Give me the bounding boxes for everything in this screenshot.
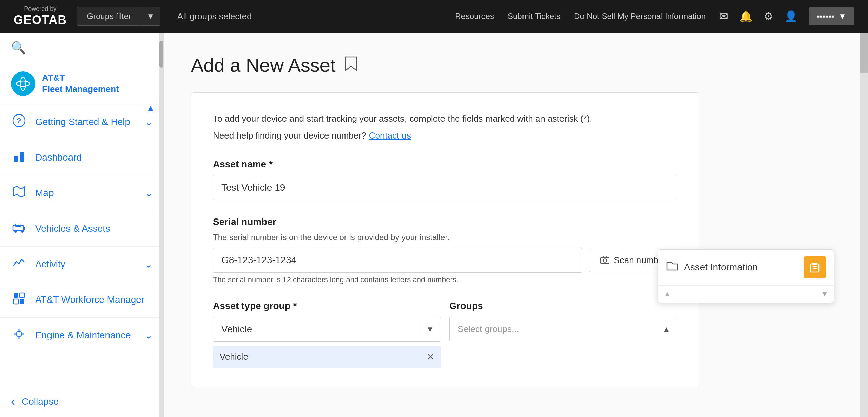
sidebar-scrollbar-thumb[interactable]	[159, 41, 163, 68]
svg-point-0	[16, 77, 30, 90]
asset-name-section: Asset name *	[213, 159, 677, 200]
main-scrollbar-thumb[interactable]	[860, 33, 868, 73]
svg-point-19	[16, 331, 22, 337]
bell-icon[interactable]: 🔔	[739, 10, 753, 23]
workforce-icon	[11, 292, 27, 308]
asset-type-value: Vehicle	[213, 317, 419, 341]
page-title: Add a New Asset	[191, 54, 335, 76]
collapse-arrow-icon: ‹	[11, 395, 15, 409]
groups-dropdown-arrow[interactable]: ▲	[655, 318, 677, 341]
gear-icon[interactable]: ⚙	[764, 10, 773, 23]
do-not-sell-link[interactable]: Do Not Sell My Personal Information	[574, 12, 706, 21]
groups-filter-dropdown-arrow[interactable]: ▼	[141, 7, 160, 26]
sidebar-logo: AT&T Fleet Management	[0, 63, 163, 104]
svg-point-13	[21, 230, 24, 233]
submit-tickets-link[interactable]: Submit Tickets	[508, 12, 560, 21]
vehicle-chip-label: Vehicle	[220, 352, 421, 362]
user-name: ▪▪▪▪▪▪	[817, 12, 834, 21]
serial-hint: The serial number is 12 characters long …	[213, 275, 677, 284]
att-company-name: AT&T Fleet Management	[42, 72, 119, 95]
svg-point-12	[14, 230, 17, 233]
activity-icon	[11, 256, 27, 272]
sidebar-scrollbar[interactable]	[159, 33, 163, 417]
asset-name-input[interactable]	[213, 175, 677, 200]
dashboard-icon	[11, 149, 27, 166]
brand-name: GEOTAB	[14, 13, 67, 27]
sidebar-search[interactable]: 🔍	[0, 33, 163, 63]
groups-filter-label: Groups filter	[87, 12, 131, 21]
vehicle-chip-close-icon[interactable]: ✕	[427, 351, 434, 362]
mail-icon[interactable]: ✉	[719, 10, 728, 23]
page-title-row: Add a New Asset	[191, 54, 841, 76]
svg-text:?: ?	[17, 117, 21, 125]
sidebar-item-label-activity: Activity	[35, 259, 137, 270]
serial-number-input[interactable]	[213, 248, 582, 273]
contact-us-link[interactable]: Contact us	[369, 130, 411, 141]
asset-information-title: Asset Information	[684, 262, 758, 273]
groups-field-group: Groups Select groups... ▲	[449, 300, 677, 368]
user-account-button[interactable]: ▪▪▪▪▪▪ ▼	[809, 7, 854, 25]
groups-filter-button[interactable]: Groups filter	[77, 7, 141, 26]
user-dropdown-arrow: ▼	[838, 12, 846, 21]
svg-rect-10	[13, 225, 24, 231]
asset-information-popup: Asset Information ▲ ▼	[658, 249, 834, 303]
svg-point-25	[603, 259, 607, 262]
sidebar-item-vehicles[interactable]: Vehicles & Assets	[0, 211, 163, 247]
folder-icon	[666, 260, 678, 275]
asset-name-label: Asset name *	[213, 159, 677, 170]
sidebar-scroll-up-button[interactable]: ▲	[143, 100, 158, 117]
engine-icon	[11, 327, 27, 343]
popup-scroll-down-icon[interactable]: ▼	[821, 290, 828, 298]
asset-type-select[interactable]: Vehicle ▼	[213, 317, 441, 342]
getting-started-icon: ?	[11, 114, 27, 130]
svg-rect-16	[20, 293, 24, 298]
popup-orange-action-button[interactable]	[804, 256, 826, 278]
groups-filter-container: Groups filter ▼	[77, 7, 160, 26]
popup-title-row: Asset Information	[666, 260, 758, 275]
top-bar: Powered by GEOTAB Groups filter ▼ All gr…	[0, 0, 868, 33]
user-icon[interactable]: 👤	[784, 10, 798, 23]
svg-marker-7	[14, 186, 24, 197]
svg-rect-5	[14, 156, 18, 162]
bookmark-icon[interactable]	[343, 56, 358, 75]
popup-scroll-up-icon[interactable]: ▲	[664, 290, 671, 298]
map-chevron-icon: ⌄	[145, 188, 153, 199]
sidebar-item-activity[interactable]: Activity ⌄	[0, 247, 163, 282]
svg-rect-6	[20, 152, 24, 162]
sidebar-item-getting-started[interactable]: ? Getting Started & Help ⌄	[0, 104, 163, 140]
main-scrollbar[interactable]	[860, 33, 868, 417]
collapse-label: Collapse	[22, 396, 59, 407]
svg-rect-14	[24, 227, 25, 230]
sidebar-item-map[interactable]: Map ⌄	[0, 175, 163, 211]
chevron-down-icon: ⌄	[145, 117, 153, 128]
sidebar-item-label-getting-started: Getting Started & Help	[35, 117, 137, 127]
vehicle-chip: Vehicle ✕	[213, 346, 441, 368]
asset-type-dropdown-arrow[interactable]: ▼	[419, 318, 441, 341]
svg-rect-17	[14, 299, 18, 304]
top-bar-right: Resources Submit Tickets Do Not Sell My …	[455, 7, 854, 25]
sidebar-item-dashboard[interactable]: Dashboard	[0, 140, 163, 175]
top-nav-links: Resources Submit Tickets Do Not Sell My …	[455, 12, 706, 21]
collapse-button[interactable]: ‹ Collapse	[0, 387, 163, 417]
sidebar-item-engine[interactable]: Engine & Maintenance ⌄	[0, 318, 163, 353]
serial-description: The serial number is on the device or is…	[213, 233, 677, 242]
main-content: Add a New Asset To add your device and s…	[164, 33, 868, 417]
sidebar-item-label-map: Map	[35, 188, 137, 199]
serial-number-label: Serial number	[213, 216, 677, 227]
activity-chevron-icon: ⌄	[145, 259, 153, 270]
serial-row: Scan number	[213, 248, 677, 273]
sidebar-item-att-workforce[interactable]: AT&T Workforce Manager	[0, 282, 163, 318]
top-bar-left: Powered by GEOTAB Groups filter ▼ All gr…	[14, 5, 252, 27]
clipboard-icon	[809, 261, 821, 273]
groups-label: Groups	[449, 300, 677, 311]
search-icon[interactable]: 🔍	[11, 41, 26, 55]
asset-type-label: Asset type group *	[213, 300, 441, 311]
groups-select[interactable]: Select groups... ▲	[449, 317, 677, 341]
resources-link[interactable]: Resources	[455, 12, 494, 21]
svg-rect-18	[20, 299, 24, 304]
popup-header: Asset Information	[658, 250, 834, 285]
engine-chevron-icon: ⌄	[145, 330, 153, 341]
svg-rect-15	[14, 293, 18, 298]
sidebar-item-label-vehicles: Vehicles & Assets	[35, 223, 153, 234]
camera-icon	[600, 255, 610, 265]
